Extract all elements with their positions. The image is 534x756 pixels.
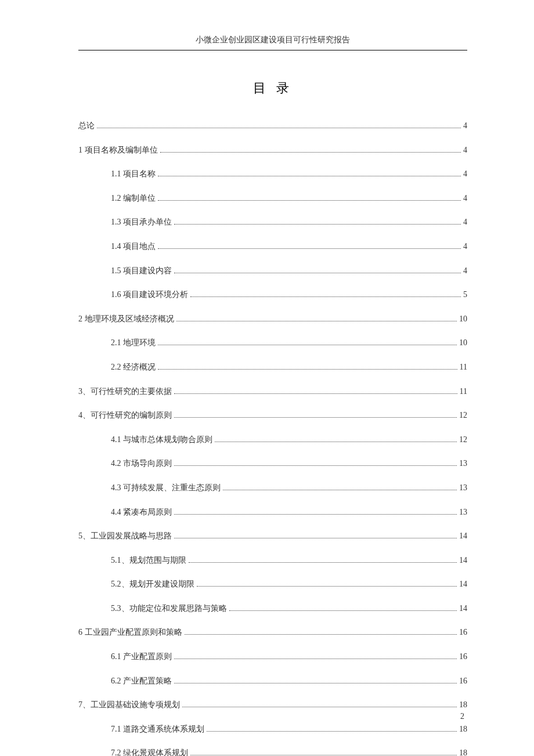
toc-entry-label: 1.2 编制单位 <box>111 193 156 204</box>
toc-entry-label: 4.4 紧凑布局原则 <box>111 507 172 518</box>
toc-entry[interactable]: 4、可行性研究的编制原则12 <box>78 410 467 421</box>
toc-dots <box>190 296 461 297</box>
toc-entry-label: 6.1 产业配置原则 <box>111 651 172 663</box>
toc-entry-label: 2.2 经济概况 <box>111 361 156 373</box>
toc-entry-page: 4 <box>463 193 467 204</box>
toc-entry[interactable]: 7.1 道路交通系统体系规划18 <box>78 724 467 735</box>
header-title: 小微企业创业园区建设项目可行性研究报告 <box>78 35 467 50</box>
toc-entry-label: 1.5 项目建设内容 <box>111 265 172 277</box>
toc-dots <box>229 610 457 611</box>
toc-entry-label: 4、可行性研究的编制原则 <box>78 410 172 421</box>
toc-entry-label: 4.3 可持续发展、注重生态原则 <box>111 482 221 494</box>
toc-dots <box>215 442 457 442</box>
header-divider <box>78 50 467 50</box>
toc-dots <box>189 562 457 563</box>
toc-dots <box>158 345 457 345</box>
toc-entry-page: 12 <box>459 410 467 421</box>
toc-entry-page: 18 <box>459 699 467 711</box>
toc-entry-page: 14 <box>459 530 467 542</box>
toc-entry-page: 14 <box>459 578 467 590</box>
toc-dots <box>182 707 457 707</box>
toc-entry[interactable]: 6.1 产业配置原则16 <box>78 651 467 663</box>
toc-entry-label: 3、可行性研究的主要依据 <box>78 386 172 397</box>
toc-dots <box>160 152 461 153</box>
toc-entry[interactable]: 5、工业园发展战略与思路14 <box>78 530 467 542</box>
toc-entry-label: 7、工业园基础设施专项规划 <box>78 699 180 711</box>
toc-list: 总论41 项目名称及编制单位41.1 项目名称41.2 编制单位41.3 项目承… <box>78 120 467 756</box>
toc-entry[interactable]: 1.6 项目建设环境分析5 <box>78 289 467 301</box>
toc-entry[interactable]: 6 工业园产业配置原则和策略16 <box>78 627 467 638</box>
toc-entry-page: 16 <box>459 627 467 638</box>
toc-entry[interactable]: 1.5 项目建设内容4 <box>78 265 467 277</box>
toc-entry-label: 1.1 项目名称 <box>111 168 156 180</box>
toc-entry[interactable]: 总论4 <box>78 120 467 132</box>
document-page: 小微企业创业园区建设项目可行性研究报告 目 录 总论41 项目名称及编制单位41… <box>0 0 534 756</box>
toc-entry-page: 13 <box>459 458 467 469</box>
toc-dots <box>174 465 457 466</box>
toc-entry-label: 5、工业园发展战略与思路 <box>78 530 172 542</box>
toc-entry-label: 6 工业园产业配置原则和策略 <box>78 627 182 638</box>
toc-entry[interactable]: 1 项目名称及编制单位4 <box>78 144 467 156</box>
toc-entry-label: 2.1 地理环境 <box>111 337 156 349</box>
toc-entry-label: 7.1 道路交通系统体系规划 <box>111 724 204 735</box>
toc-entry-label: 6.2 产业配置策略 <box>111 675 172 687</box>
toc-entry-page: 11 <box>460 386 467 397</box>
toc-entry[interactable]: 4.1 与城市总体规划吻合原则12 <box>78 434 467 446</box>
toc-entry[interactable]: 2.2 经济概况11 <box>78 361 467 373</box>
toc-entry-page: 10 <box>459 313 467 325</box>
toc-entry[interactable]: 4.3 可持续发展、注重生态原则13 <box>78 482 467 494</box>
toc-entry[interactable]: 4.2 市场导向原则13 <box>78 458 467 469</box>
toc-entry[interactable]: 4.4 紧凑布局原则13 <box>78 507 467 518</box>
toc-entry-label: 总论 <box>78 120 95 132</box>
toc-entry[interactable]: 1.4 项目地点4 <box>78 241 467 252</box>
toc-dots <box>223 490 457 490</box>
toc-entry[interactable]: 6.2 产业配置策略16 <box>78 675 467 687</box>
toc-dots <box>97 128 461 128</box>
toc-dots <box>174 538 457 538</box>
toc-entry-label: 5.1、规划范围与期限 <box>111 555 186 566</box>
toc-dots <box>174 273 461 273</box>
toc-dots <box>174 224 461 225</box>
toc-entry-page: 4 <box>463 216 467 228</box>
toc-entry-page: 13 <box>459 482 467 494</box>
toc-dots <box>158 369 457 370</box>
toc-dots <box>174 659 457 659</box>
toc-entry-page: 4 <box>463 241 467 252</box>
toc-entry[interactable]: 1.1 项目名称4 <box>78 168 467 180</box>
page-number: 2 <box>460 712 464 721</box>
toc-dots <box>176 321 457 321</box>
toc-dots <box>207 731 457 732</box>
toc-dots <box>158 200 461 201</box>
toc-entry-label: 5.3、功能定位和发展思路与策略 <box>111 603 227 614</box>
toc-dots <box>185 634 457 635</box>
toc-entry[interactable]: 2.1 地理环境10 <box>78 337 467 349</box>
toc-entry-page: 16 <box>459 651 467 663</box>
toc-entry[interactable]: 7.2 绿化景观体系规划18 <box>78 747 467 756</box>
toc-entry-page: 11 <box>460 361 467 373</box>
toc-entry-label: 5.2、规划开发建设期限 <box>111 578 194 590</box>
toc-entry-page: 13 <box>459 507 467 518</box>
toc-entry[interactable]: 3、可行性研究的主要依据11 <box>78 386 467 397</box>
toc-dots <box>174 393 457 394</box>
toc-entry[interactable]: 5.2、规划开发建设期限14 <box>78 578 467 590</box>
toc-entry[interactable]: 5.1、规划范围与期限14 <box>78 555 467 566</box>
toc-dots <box>158 248 461 249</box>
toc-entry[interactable]: 1.3 项目承办单位4 <box>78 216 467 228</box>
toc-entry[interactable]: 2 地理环境及区域经济概况10 <box>78 313 467 325</box>
toc-entry[interactable]: 5.3、功能定位和发展思路与策略14 <box>78 603 467 614</box>
toc-entry-page: 18 <box>459 747 467 756</box>
toc-dots <box>174 683 457 683</box>
toc-dots <box>158 176 461 176</box>
toc-title: 目 录 <box>78 79 467 97</box>
toc-entry-page: 10 <box>459 337 467 349</box>
toc-entry-page: 12 <box>459 434 467 446</box>
toc-entry[interactable]: 7、工业园基础设施专项规划18 <box>78 699 467 711</box>
toc-entry-page: 4 <box>463 120 467 132</box>
toc-entry-label: 2 地理环境及区域经济概况 <box>78 313 174 325</box>
toc-entry-label: 1.4 项目地点 <box>111 241 156 252</box>
toc-entry-page: 4 <box>463 168 467 180</box>
toc-entry[interactable]: 1.2 编制单位4 <box>78 193 467 204</box>
toc-entry-page: 18 <box>459 724 467 735</box>
toc-dots <box>197 586 457 587</box>
toc-dots <box>174 417 457 418</box>
